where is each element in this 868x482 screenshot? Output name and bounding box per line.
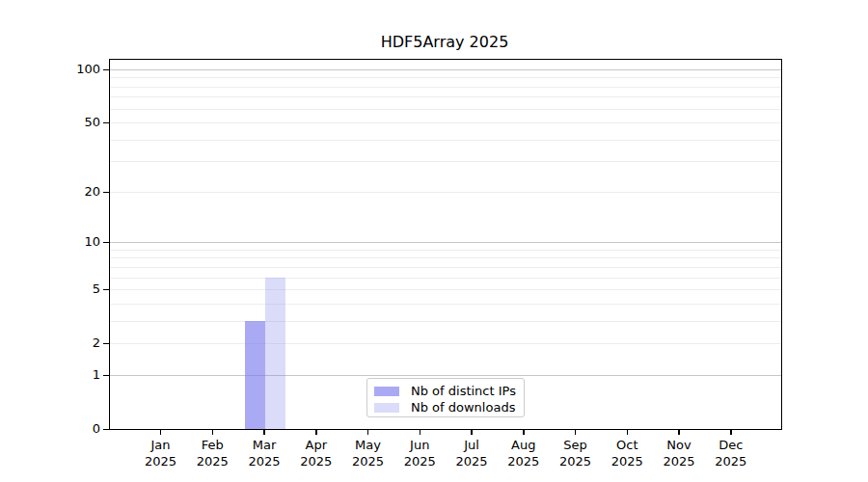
x-tick-month: May bbox=[339, 437, 397, 453]
gridline-minor-30 bbox=[110, 161, 781, 162]
x-tick-label-jun: Jun2025 bbox=[391, 437, 448, 469]
x-tick-year: 2025 bbox=[391, 453, 448, 469]
y-tick-label-0: 0 bbox=[0, 421, 100, 437]
y-tick-label-5: 5 bbox=[0, 281, 100, 297]
x-tick-label-nov: Nov2025 bbox=[650, 437, 708, 469]
x-tick-apr bbox=[315, 430, 317, 435]
x-tick-nov bbox=[678, 430, 680, 435]
x-tick-month: Mar bbox=[235, 437, 293, 453]
x-tick-feb bbox=[212, 430, 214, 435]
x-tick-year: 2025 bbox=[287, 453, 345, 469]
x-tick-year: 2025 bbox=[235, 453, 293, 469]
gridline-minor-7 bbox=[110, 267, 781, 268]
gridline-minor-90 bbox=[110, 77, 781, 78]
x-tick-label-jan: Jan2025 bbox=[132, 437, 190, 469]
chart-title: HDF5Array 2025 bbox=[109, 32, 780, 53]
x-tick-mar bbox=[263, 430, 265, 435]
y-tick-label-1: 1 bbox=[0, 367, 100, 383]
x-tick-label-apr: Apr2025 bbox=[287, 437, 345, 469]
x-tick-month: Nov bbox=[650, 437, 708, 453]
gridline-major-100 bbox=[110, 69, 781, 70]
gridline-minor-2 bbox=[110, 343, 781, 344]
gridline-minor-6 bbox=[110, 278, 781, 279]
x-tick-year: 2025 bbox=[132, 453, 190, 469]
x-tick-label-feb: Feb2025 bbox=[183, 437, 241, 469]
legend-item-distinct-ips: Nb of distinct IPs bbox=[374, 384, 516, 399]
x-tick-year: 2025 bbox=[495, 453, 553, 469]
legend-item-downloads: Nb of downloads bbox=[374, 400, 516, 415]
y-tick-1 bbox=[103, 375, 109, 377]
gridline-major-10 bbox=[110, 242, 781, 243]
x-tick-year: 2025 bbox=[547, 453, 605, 469]
x-tick-label-may: May2025 bbox=[339, 437, 397, 469]
x-tick-sep bbox=[575, 430, 577, 435]
gridline-minor-20 bbox=[110, 192, 781, 193]
x-tick-year: 2025 bbox=[598, 453, 656, 469]
x-tick-year: 2025 bbox=[650, 453, 708, 469]
x-tick-month: Dec bbox=[702, 437, 760, 453]
x-tick-label-jul: Jul2025 bbox=[443, 437, 501, 469]
y-tick-2 bbox=[103, 343, 109, 345]
x-tick-label-dec: Dec2025 bbox=[702, 437, 760, 469]
x-tick-month: Oct bbox=[598, 437, 656, 453]
gridline-minor-70 bbox=[110, 96, 781, 97]
x-tick-month: Aug bbox=[495, 437, 553, 453]
x-tick-month: Feb bbox=[183, 437, 241, 453]
x-tick-jul bbox=[471, 430, 473, 435]
y-tick-10 bbox=[103, 242, 109, 244]
y-tick-label-100: 100 bbox=[0, 62, 100, 77]
chart-figure: HDF5Array 2025 Nb of distinct IPs Nb of … bbox=[0, 0, 868, 482]
bar-downloads-mar bbox=[265, 278, 285, 429]
legend-label-downloads: Nb of downloads bbox=[411, 400, 515, 415]
x-tick-aug bbox=[523, 430, 525, 435]
gridline-minor-4 bbox=[110, 304, 781, 305]
y-tick-50 bbox=[103, 122, 109, 124]
y-tick-label-20: 20 bbox=[0, 184, 100, 200]
x-tick-oct bbox=[627, 430, 629, 435]
gridline-minor-8 bbox=[110, 257, 781, 258]
x-tick-may bbox=[367, 430, 369, 435]
x-tick-dec bbox=[730, 430, 732, 435]
y-tick-label-50: 50 bbox=[0, 115, 100, 130]
x-tick-label-oct: Oct2025 bbox=[598, 437, 656, 469]
y-tick-100 bbox=[103, 69, 109, 71]
x-tick-month: Jan bbox=[132, 437, 190, 453]
x-tick-jan bbox=[160, 430, 162, 435]
y-tick-20 bbox=[103, 192, 109, 194]
x-tick-year: 2025 bbox=[443, 453, 501, 469]
x-tick-year: 2025 bbox=[702, 453, 760, 469]
y-tick-label-10: 10 bbox=[0, 234, 100, 250]
x-tick-month: Sep bbox=[547, 437, 605, 453]
gridline-minor-40 bbox=[110, 140, 781, 141]
bar-distinct-ips-mar bbox=[245, 321, 265, 429]
x-tick-year: 2025 bbox=[183, 453, 241, 469]
y-tick-5 bbox=[103, 289, 109, 291]
legend-swatch-distinct-ips-icon bbox=[374, 387, 399, 396]
plot-area: Nb of distinct IPs Nb of downloads bbox=[109, 59, 782, 430]
gridline-minor-9 bbox=[110, 250, 781, 251]
gridline-minor-60 bbox=[110, 109, 781, 110]
gridline-minor-50 bbox=[110, 122, 781, 123]
gridline-major-1 bbox=[110, 375, 781, 376]
x-tick-jun bbox=[420, 430, 421, 435]
x-tick-label-aug: Aug2025 bbox=[495, 437, 553, 469]
y-tick-label-2: 2 bbox=[0, 335, 100, 351]
y-tick-0 bbox=[103, 429, 109, 431]
x-tick-month: Jun bbox=[391, 437, 448, 453]
gridline-minor-3 bbox=[110, 321, 781, 322]
x-tick-year: 2025 bbox=[339, 453, 397, 469]
gridline-minor-80 bbox=[110, 87, 781, 88]
gridline-minor-5 bbox=[110, 289, 781, 290]
x-tick-label-mar: Mar2025 bbox=[235, 437, 293, 469]
legend: Nb of distinct IPs Nb of downloads bbox=[366, 378, 525, 417]
legend-swatch-downloads-icon bbox=[374, 403, 399, 413]
x-tick-month: Apr bbox=[287, 437, 345, 453]
x-tick-month: Jul bbox=[443, 437, 501, 453]
x-tick-label-sep: Sep2025 bbox=[547, 437, 605, 469]
legend-label-distinct-ips: Nb of distinct IPs bbox=[411, 384, 516, 399]
